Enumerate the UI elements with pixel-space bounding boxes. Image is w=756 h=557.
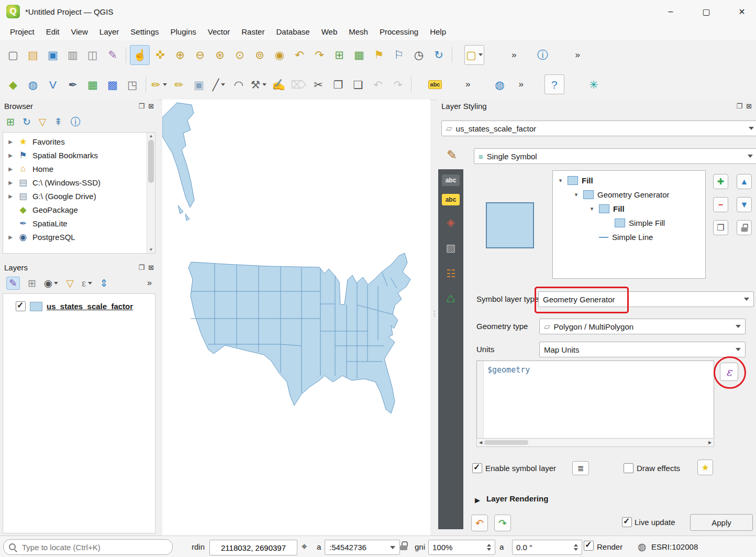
browser-item[interactable]: ▶★Favorites [3, 135, 155, 148]
menu-plugins[interactable]: Plugins [165, 25, 202, 39]
close-panel-icon[interactable]: ⊠ [148, 264, 154, 271]
menu-view[interactable]: View [65, 25, 94, 39]
layout-manager-button[interactable]: ◫ [83, 46, 102, 64]
effects-options-button[interactable]: ★ [697, 460, 713, 475]
refresh-browser-button[interactable]: ↻ [23, 117, 31, 127]
toggle-editing-button[interactable]: ✏ [170, 75, 188, 94]
scroll-up-icon[interactable]: ▲ [147, 134, 155, 138]
new-virtual-layer-button[interactable]: ◳ [123, 75, 142, 94]
expression-builder-button[interactable]: ε [720, 363, 738, 381]
toolbar-overflow-button[interactable]: » [575, 50, 580, 60]
crs-globe-icon[interactable]: ◍ [638, 541, 647, 553]
identify-features-button[interactable]: ⓘ [533, 46, 552, 64]
browser-item[interactable]: ▶⌂Home [3, 162, 155, 176]
open-project-button[interactable]: ▤ [24, 46, 42, 64]
tab-diagrams[interactable]: ☷ [440, 265, 461, 282]
save-project-button[interactable]: ▣ [43, 46, 62, 64]
zoom-to-layer-button[interactable]: ⊚ [250, 46, 269, 64]
close-button[interactable]: ✕ [731, 0, 753, 23]
menu-web[interactable]: Web [316, 25, 343, 39]
symbol-tree-item[interactable]: Simple Line [553, 230, 705, 244]
browser-item[interactable]: ▶◉PostgreSQL [3, 230, 155, 244]
float-panel-icon[interactable]: ❐ [138, 264, 144, 271]
refresh-map-button[interactable]: ↻ [429, 46, 448, 64]
browser-item[interactable]: ▶⚑Spatial Bookmarks [3, 148, 155, 162]
zoom-in-button[interactable]: ⊕ [171, 46, 190, 64]
menu-help[interactable]: Help [424, 25, 452, 39]
filter-legend-button[interactable]: ▽ [66, 278, 74, 288]
duplicate-symbol-layer-button[interactable]: ❐ [713, 220, 728, 235]
new-3d-map-view-button[interactable]: ▦ [350, 46, 369, 64]
spinner-arrows-icon[interactable] [483, 544, 491, 551]
scale-combobox[interactable]: :54542736 [325, 540, 400, 555]
modify-attributes-button[interactable]: ✍ [269, 75, 288, 94]
tab-3d-view[interactable]: ◈ [440, 213, 461, 231]
move-down-button[interactable]: ▼ [737, 197, 752, 212]
close-panel-icon[interactable]: ⊠ [148, 103, 154, 110]
layer-rendering-section[interactable]: Layer Rendering [486, 494, 548, 503]
undo-button[interactable]: ↶ [369, 75, 387, 94]
new-project-button[interactable]: ▢ [4, 46, 23, 64]
digitize-button[interactable]: ╱ [209, 75, 228, 94]
browser-item[interactable]: ◆GeoPackage [3, 203, 155, 216]
expand-arrow-icon[interactable]: ▶ [7, 166, 14, 172]
symbol-mode-selector[interactable]: ≡ Single Symbol [474, 148, 756, 164]
vertex-tool-button[interactable]: ⚒ [249, 75, 268, 94]
new-shapefile-layer-button[interactable]: V [43, 75, 62, 94]
plugins-button[interactable]: ✳ [584, 75, 603, 94]
expression-hscrollbar[interactable]: ◀ ▶ [476, 438, 714, 447]
menu-raster[interactable]: Raster [236, 25, 270, 39]
collapse-arrow-icon[interactable]: ▾ [557, 177, 564, 184]
add-symbol-layer-button[interactable]: ✚ [713, 174, 728, 189]
tab-masks[interactable]: abc [442, 194, 460, 205]
layer-name[interactable]: us_states_scale_factor [47, 302, 133, 311]
scrollbar-thumb[interactable] [148, 140, 154, 183]
manage-map-themes-button[interactable]: ◉ [44, 278, 59, 288]
symbol-tree-item[interactable]: ▾Fill [553, 173, 705, 188]
temporal-controller-button[interactable]: ◷ [409, 46, 428, 64]
browser-item[interactable]: ▶▤G:\ (Google Drive) [3, 189, 155, 203]
collapse-all-button[interactable]: ⇞ [54, 117, 62, 127]
paste-features-button[interactable]: ❏ [349, 75, 368, 94]
scroll-down-icon[interactable]: ▼ [147, 247, 155, 252]
new-print-layout-button[interactable]: ▥ [63, 46, 82, 64]
browser-item[interactable]: ✒SpatiaLite [3, 216, 155, 230]
minimize-button[interactable]: – [660, 0, 682, 23]
scroll-right-icon[interactable]: ▶ [706, 440, 714, 445]
locate-search[interactable] [3, 539, 173, 555]
menu-vector[interactable]: Vector [202, 25, 236, 39]
zoom-last-button[interactable]: ↶ [290, 46, 309, 64]
help-button[interactable]: ? [544, 74, 564, 94]
delete-selected-button[interactable]: ⌦ [289, 75, 308, 94]
symbol-tree-item[interactable]: ▾Geometry Generator [553, 188, 705, 202]
menu-mesh[interactable]: Mesh [343, 25, 374, 39]
layer-visibility-checkbox[interactable] [16, 301, 26, 311]
tab-transparency[interactable]: ▨ [440, 239, 461, 257]
menu-project[interactable]: Project [4, 25, 40, 39]
expand-arrow-icon[interactable]: ▶ [475, 496, 480, 504]
locate-input[interactable] [21, 542, 167, 552]
toolbar-overflow-button[interactable]: » [518, 79, 523, 90]
zoom-to-selection-button[interactable]: ⊙ [230, 46, 249, 64]
coordinate-input[interactable] [209, 540, 297, 555]
zoom-native-button[interactable]: ◉ [270, 46, 289, 64]
symbol-layer-type-selector[interactable]: Geometry Generator [538, 291, 754, 307]
toolbar-overflow-button[interactable]: » [147, 278, 152, 288]
lock-colors-button[interactable] [737, 220, 752, 235]
cut-features-button[interactable]: ✂ [309, 75, 328, 94]
draw-effects-checkbox[interactable] [624, 463, 633, 473]
expand-arrow-icon[interactable]: ▶ [7, 152, 14, 158]
expression-text[interactable]: $geometry [487, 365, 530, 375]
symbol-tree-item[interactable]: ▾Fill [553, 202, 705, 216]
menu-database[interactable]: Database [270, 25, 315, 39]
current-edits-button[interactable]: ✏ [150, 75, 169, 94]
copy-features-button[interactable]: ❐ [329, 75, 348, 94]
magnifier-spinner[interactable]: 100% [428, 540, 495, 555]
enable-symbol-layer-checkbox[interactable] [472, 463, 482, 473]
geometry-expression-editor[interactable]: $geometry [476, 361, 714, 439]
metasearch-button[interactable]: ◍ [490, 75, 509, 94]
filter-expression-button[interactable]: ε [82, 278, 92, 288]
undo-style-button[interactable]: ↶ [471, 515, 488, 531]
toolbar-overflow-button[interactable]: » [512, 50, 516, 60]
menu-processing[interactable]: Processing [374, 25, 424, 39]
